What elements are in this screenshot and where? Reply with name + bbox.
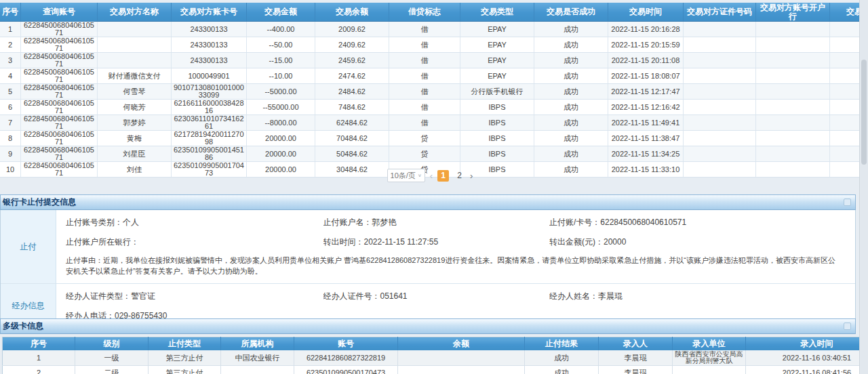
table-cell: 成功 [534,53,608,68]
table-cell: 二级 [75,366,149,374]
table-cell: 借 [389,22,460,37]
table-cell: 借 [389,68,460,84]
table-cell [684,53,756,68]
table-cell: --400.00 [247,22,315,37]
table-cell [398,350,525,366]
table-cell: 陕西省西安市公安局高新分局刑警大队 [673,350,746,366]
table-cell: 8 [0,131,21,146]
table-row: 66228450068040610571何晓芳62166116000038428… [0,100,868,115]
table-cell: --5000.00 [247,84,315,100]
table-cell: 成功 [534,68,608,84]
table-cell: 1 [3,350,75,366]
table-cell: 5 [0,84,21,100]
multicard-header-row: 序号级别止付类型所属机构账号余额止付结果录入人录入单位录入时间 [3,337,868,351]
field-transfer-amount: 转出金额(元)：20000 [549,236,846,248]
panel-collapse-icon[interactable] [844,323,851,330]
column-header: 余额 [398,337,525,351]
column-header: 交易时间 [608,3,684,22]
table-cell: 2022-11-15 12:16:42 [608,100,684,115]
table-cell: 6217281942001127098 [172,131,247,146]
table-cell: --55000.00 [247,100,315,115]
table-cell: 2022-11-15 20:16:28 [608,22,684,37]
field-account-name: 止付账户名：郭梦艳 [323,217,550,228]
page-size-select[interactable]: 10条/页 ∨ [387,169,425,182]
column-header: 序号 [0,3,21,22]
table-cell: 2 [3,366,75,374]
column-header: 交易是否成功 [534,3,608,22]
column-header: 级别 [75,337,149,351]
table-cell: 20000.00 [247,131,315,146]
table-cell: 2022-11-15 20:15:59 [608,37,684,53]
next-page-button[interactable]: › [470,170,473,182]
table-cell: 7484.62 [315,100,389,115]
table-cell: EPAY [460,53,534,68]
table-cell: 李晨琨 [599,366,673,374]
table-cell: 借 [389,100,460,115]
table-cell: 243300133 [172,53,247,68]
table-cell: IBPS [460,100,534,115]
table-row: 26228450068040610571243300133--50.002409… [0,37,868,53]
panel-title: 多级卡信息 [3,319,43,333]
column-header: 交易对方账卡号 [172,3,247,22]
table-cell [673,366,746,374]
table-cell: 50484.62 [315,146,389,162]
table-cell: 2022-11-16 03:40:51 [746,350,868,366]
column-header: 交易对方账号开户行 [756,3,830,22]
table-cell [756,37,830,53]
table-cell [98,22,172,37]
table-cell: 成功 [534,100,608,115]
prev-page-button[interactable]: ‹ [430,170,433,182]
table-cell: IBPS [460,146,534,162]
column-header: 查询账号 [21,3,98,22]
page-1-button[interactable]: 1 [437,170,449,182]
table-cell: 7 [0,115,21,131]
table-cell: 3 [0,53,21,68]
table-cell: 6228450068040610571 [21,146,98,162]
table-cell: 6230361101073416261 [172,115,247,131]
multicard-panel-title-bar: 多级卡信息 [0,318,856,334]
column-header: 交易对方证件号码 [684,3,756,22]
table-cell: --50.00 [247,37,315,53]
column-header: 借贷标志 [389,3,460,22]
column-header: 所属机构 [221,337,294,351]
table-cell: 借 [389,84,460,100]
field-transfer-time: 转出时间：2022-11-15 11:27:55 [323,236,550,248]
transactions-table: 序号查询账号交易对方名称交易对方账卡号交易金额交易余额借贷标志交易类型交易是否成… [0,3,860,178]
table-cell: 分行版手机银行 [460,84,534,100]
table-row: 2二级第三方止付6235010990500170473成功李晨琨2022-11-… [3,366,868,374]
table-cell: 6228412860827322819 [294,350,398,366]
table-cell: 第三方止付 [149,366,221,374]
table-cell: 20000.00 [247,146,315,162]
table-cell [684,22,756,37]
table-cell: 6235010990500145186 [172,146,247,162]
table-cell: 243300133 [172,22,247,37]
table-cell [756,53,830,68]
page-size-value: 10条/页 [391,171,416,181]
table-cell [684,84,756,100]
stop-payment-panel-title-bar: 银行卡止付提交信息 [0,194,856,210]
scrollbar-thumb[interactable] [861,60,867,165]
table-cell: --8000.00 [247,115,315,131]
table-cell [756,146,830,162]
table-cell: 2484.62 [315,84,389,100]
table-cell [756,84,830,100]
table-cell: 6228450068040610571 [21,53,98,68]
column-header: 止付类型 [149,337,221,351]
table-cell: 2009.62 [315,22,389,37]
scrollbar[interactable] [859,0,868,374]
page-2-button[interactable]: 2 [454,170,465,182]
column-header: 录入人 [599,337,673,351]
table-cell: 成功 [525,366,599,374]
table-cell: 借 [389,115,460,131]
multicard-table: 序号级别止付类型所属机构账号余额止付结果录入人录入单位录入时间 1一级第三方止付… [2,337,868,374]
stop-payment-panel: 银行卡止付提交信息 止付 止付账号类别：个人 止付账户名：郭梦艳 止付账/卡号：… [0,194,856,328]
column-header: 录入时间 [746,337,868,351]
table-cell: 6228450068040610571 [21,131,98,146]
table-cell: 成功 [534,37,608,53]
table-cell: IBPS [460,131,534,146]
table-row: 76228450068040610571郭梦婷62303611010734162… [0,115,868,131]
column-header: 序号 [3,337,75,351]
table-cell: 1 [0,22,21,37]
field-account-category: 止付账号类别：个人 [66,217,323,228]
panel-collapse-icon[interactable] [844,199,851,206]
